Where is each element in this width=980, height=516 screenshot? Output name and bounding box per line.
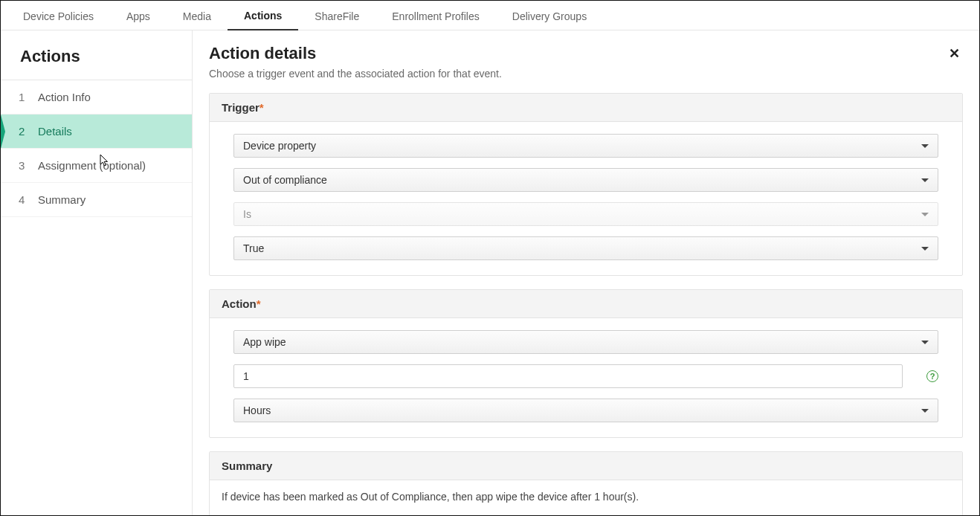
help-icon[interactable]: ? xyxy=(926,370,938,382)
tab-sharefile[interactable]: ShareFile xyxy=(298,3,375,30)
trigger-type-select[interactable]: Device property xyxy=(233,134,938,158)
page-subtitle: Choose a trigger event and the associate… xyxy=(209,68,502,80)
action-delay-unit-select[interactable]: Hours xyxy=(233,399,938,422)
action-delay-unit-value: Hours xyxy=(243,404,271,416)
page-title: Action details xyxy=(209,44,502,63)
chevron-down-icon xyxy=(921,144,929,148)
close-button[interactable]: ✕ xyxy=(946,44,963,63)
required-asterisk: * xyxy=(259,101,264,114)
step-number: 1 xyxy=(19,91,32,103)
trigger-property-select[interactable]: Out of compliance xyxy=(233,168,938,192)
trigger-value-select[interactable]: True xyxy=(233,236,938,260)
summary-text: If device has been marked as Out of Comp… xyxy=(210,480,962,515)
step-summary[interactable]: 4 Summary xyxy=(1,183,192,217)
action-heading: Action* xyxy=(210,290,962,318)
summary-panel: Summary If device has been marked as Out… xyxy=(209,451,963,515)
wizard-sidebar: Actions 1 Action Info 2 Details 3 Assign… xyxy=(1,30,193,515)
chevron-down-icon xyxy=(921,178,929,182)
summary-heading: Summary xyxy=(210,452,962,480)
trigger-operator-value: Is xyxy=(243,208,251,220)
trigger-heading: Trigger* xyxy=(210,94,962,122)
trigger-value-value: True xyxy=(243,242,264,254)
chevron-down-icon xyxy=(921,247,929,251)
tab-apps[interactable]: Apps xyxy=(110,3,167,30)
trigger-type-value: Device property xyxy=(243,140,316,152)
trigger-heading-text: Trigger xyxy=(222,101,259,114)
step-assignment[interactable]: 3 Assignment (optional) xyxy=(1,149,192,183)
chevron-down-icon xyxy=(921,409,929,413)
action-type-select[interactable]: App wipe xyxy=(233,330,938,354)
trigger-panel: Trigger* Device property Out of complian… xyxy=(209,93,963,276)
step-number: 4 xyxy=(19,193,32,206)
trigger-operator-select: Is xyxy=(233,202,938,226)
tab-enrollment-profiles[interactable]: Enrollment Profiles xyxy=(375,3,496,30)
step-number: 3 xyxy=(19,159,32,172)
action-panel: Action* App wipe ? H xyxy=(209,289,963,438)
top-nav: Device Policies Apps Media Actions Share… xyxy=(1,1,979,30)
step-action-info[interactable]: 1 Action Info xyxy=(1,80,192,115)
tab-media[interactable]: Media xyxy=(167,3,228,30)
trigger-property-value: Out of compliance xyxy=(243,174,327,186)
tab-device-policies[interactable]: Device Policies xyxy=(7,3,110,30)
chevron-down-icon xyxy=(921,341,929,344)
chevron-down-icon xyxy=(921,213,929,216)
action-heading-text: Action xyxy=(222,297,257,310)
step-label: Details xyxy=(38,125,72,138)
action-type-value: App wipe xyxy=(243,336,286,348)
tab-delivery-groups[interactable]: Delivery Groups xyxy=(496,3,603,30)
action-delay-input[interactable] xyxy=(233,364,903,388)
required-asterisk: * xyxy=(257,297,261,310)
step-label: Assignment (optional) xyxy=(38,159,146,172)
main-content: Action details Choose a trigger event an… xyxy=(193,30,979,515)
sidebar-title: Actions xyxy=(1,30,192,80)
step-label: Action Info xyxy=(38,91,91,103)
step-number: 2 xyxy=(19,125,32,138)
step-label: Summary xyxy=(38,193,86,206)
tab-actions[interactable]: Actions xyxy=(228,2,298,30)
step-details[interactable]: 2 Details xyxy=(1,115,192,149)
